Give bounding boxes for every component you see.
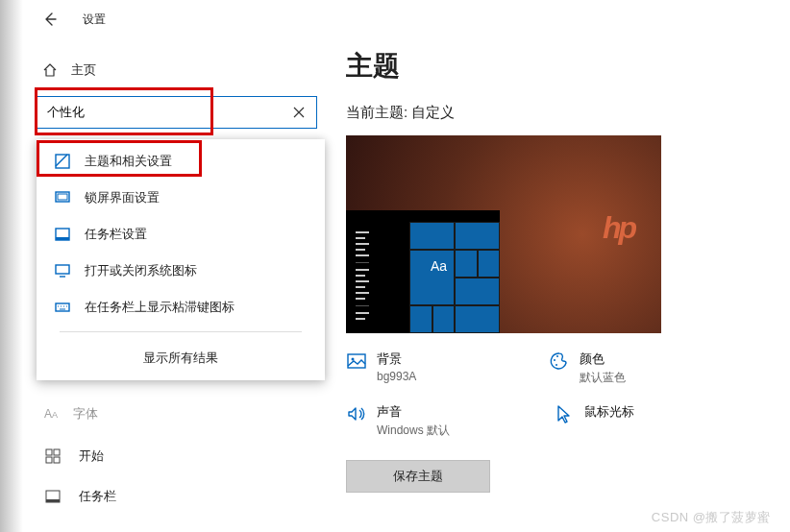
- search-input[interactable]: [47, 106, 289, 120]
- setting-label: 鼠标光标: [584, 403, 634, 421]
- theme-preview[interactable]: hp: [346, 135, 661, 333]
- setting-background[interactable]: 背景 bg993A: [346, 351, 416, 386]
- svg-point-14: [352, 358, 355, 361]
- setting-color[interactable]: 颜色 默认蓝色: [549, 351, 626, 386]
- wallpaper-logo: hp: [603, 210, 634, 246]
- setting-sound[interactable]: 声音 Windows 默认: [346, 403, 450, 439]
- home-icon: [42, 62, 58, 78]
- watermark: CSDN @搬了菠萝蜜: [652, 509, 771, 526]
- sidebar-item-label: 任务栏: [79, 488, 116, 505]
- dropdown-separator: [60, 331, 302, 332]
- setting-value: bg993A: [377, 370, 416, 383]
- sidebar-home-label: 主页: [71, 61, 96, 79]
- sound-icon: [346, 403, 367, 424]
- monitor-icon: [54, 262, 71, 279]
- svg-rect-5: [56, 265, 69, 274]
- sidebar-item-taskbar[interactable]: 任务栏: [23, 476, 331, 517]
- arrow-left-icon: [42, 12, 58, 27]
- current-theme-label: 当前主题: 自定义: [346, 104, 788, 122]
- svg-rect-10: [54, 457, 60, 463]
- suggestion-taskbar[interactable]: 任务栏设置: [37, 216, 325, 253]
- sidebar-nav-rest: 开始 任务栏: [23, 436, 331, 517]
- titlebar: 设置: [23, 0, 790, 38]
- svg-rect-2: [58, 194, 67, 200]
- setting-value: 默认蓝色: [580, 370, 626, 386]
- svg-rect-6: [56, 303, 69, 311]
- picture-icon: [346, 351, 367, 372]
- svg-point-16: [556, 355, 558, 357]
- sidebar-item-label: 开始: [79, 447, 104, 465]
- suggestion-sticky-keys[interactable]: 在任务栏上显示粘滞键图标: [37, 289, 325, 326]
- search-suggestions-dropdown: 主题和相关设置 锁屏界面设置 任务栏设置 打开或关闭系统图标 在任务栏上显示粘滞…: [37, 139, 325, 380]
- main-content: 主题 当前主题: 自定义 hp: [346, 48, 788, 493]
- theme-icon: [54, 153, 71, 170]
- suggestion-label: 在任务栏上显示粘滞键图标: [85, 299, 235, 316]
- font-icon: AA: [44, 407, 58, 421]
- suggestion-label: 主题和相关设置: [85, 153, 172, 170]
- svg-point-15: [554, 359, 555, 361]
- taskbar-icon: [54, 226, 71, 243]
- suggestion-label: 打开或关闭系统图标: [85, 262, 197, 279]
- cursor-icon: [554, 403, 575, 424]
- sidebar: 主页: [23, 58, 331, 131]
- svg-rect-9: [46, 457, 52, 463]
- start-icon: [44, 447, 62, 465]
- save-theme-button[interactable]: 保存主题: [346, 460, 490, 493]
- svg-rect-12: [46, 499, 60, 502]
- sidebar-home[interactable]: 主页: [23, 58, 331, 96]
- svg-rect-7: [46, 449, 52, 455]
- lockscreen-icon: [54, 189, 71, 206]
- close-icon: [293, 107, 305, 118]
- palette-icon: [549, 351, 570, 372]
- setting-cursor[interactable]: 鼠标光标: [554, 403, 634, 439]
- suggestion-label: 锁屏界面设置: [85, 189, 160, 206]
- setting-label: 声音: [377, 403, 450, 421]
- setting-label: 背景: [377, 351, 416, 368]
- window-title: 设置: [83, 12, 106, 28]
- keyboard-icon: [54, 299, 71, 316]
- page-title: 主题: [346, 48, 788, 85]
- sidebar-item-label: 字体: [73, 405, 98, 423]
- suggestion-label: 任务栏设置: [85, 226, 147, 243]
- window-left-shadow: [0, 0, 23, 532]
- suggestion-themes[interactable]: 主题和相关设置: [37, 143, 325, 180]
- clear-search-button[interactable]: [289, 103, 309, 122]
- taskbar-nav-icon: [44, 488, 62, 505]
- sidebar-peek: AA 字体: [23, 399, 331, 428]
- svg-rect-8: [54, 449, 60, 455]
- show-all-results[interactable]: 显示所有结果: [37, 338, 325, 380]
- setting-value: Windows 默认: [377, 423, 450, 439]
- back-button[interactable]: [40, 10, 60, 29]
- svg-rect-4: [56, 237, 69, 240]
- search-field[interactable]: [37, 96, 317, 129]
- suggestion-system-icons[interactable]: 打开或关闭系统图标: [37, 253, 325, 289]
- preview-start-menu: Aa: [346, 210, 500, 333]
- svg-rect-0: [56, 155, 69, 168]
- svg-point-17: [555, 364, 557, 366]
- sidebar-item-start[interactable]: 开始: [23, 436, 331, 476]
- suggestion-lockscreen[interactable]: 锁屏界面设置: [37, 180, 325, 216]
- preview-font-sample: Aa: [431, 258, 447, 274]
- setting-label: 颜色: [580, 351, 626, 368]
